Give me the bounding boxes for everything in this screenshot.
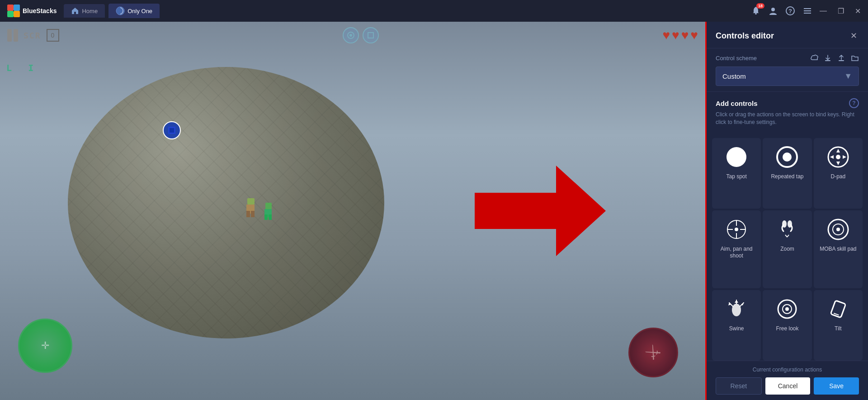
editor-header: Controls editor ✕ [707, 22, 868, 48]
pause-bar-right [14, 29, 18, 42]
zoom-icon [775, 218, 799, 241]
close-button[interactable]: ✕ [851, 5, 864, 17]
home-tab-label: Home [82, 8, 98, 14]
save-button[interactable]: Save [814, 377, 859, 395]
control-tap-spot[interactable]: Tap spot [712, 138, 761, 209]
virtual-joystick[interactable]: ✛ [18, 319, 72, 373]
svg-rect-9 [804, 8, 811, 9]
download-icon[interactable] [824, 54, 832, 62]
maximize-button[interactable]: ❐ [834, 5, 848, 17]
upload-icon[interactable] [837, 54, 845, 62]
green-indicators: L I [6, 62, 33, 73]
cloud-icon[interactable] [810, 54, 818, 62]
red-arrow [475, 166, 606, 256]
svg-point-33 [735, 228, 738, 231]
controls-grid: Tap spot Repeated tap [707, 138, 868, 361]
add-controls-description: Click or drag the actions on the screen … [716, 111, 859, 126]
control-zoom[interactable]: Zoom [763, 210, 811, 288]
center-icon-2 [363, 27, 379, 43]
svg-point-34 [782, 220, 787, 228]
control-dpad[interactable]: D-pad [814, 138, 863, 209]
svg-rect-0 [7, 5, 14, 11]
pause-button[interactable] [7, 29, 18, 42]
folder-icon[interactable] [851, 54, 859, 62]
tilt-label: Tilt [835, 325, 842, 333]
svg-rect-2 [7, 11, 14, 17]
svg-point-21 [783, 152, 792, 162]
title-bar: BlueStacks Home Only One 18 ? [0, 0, 868, 22]
main-area: SCR 0 [0, 22, 868, 400]
svg-rect-14 [368, 33, 373, 38]
svg-rect-1 [14, 5, 20, 11]
menu-icon[interactable] [802, 6, 812, 16]
repeated-tap-label: Repeated tap [771, 173, 803, 181]
sword-icon: ⚔ [642, 341, 665, 364]
cancel-button[interactable]: Cancel [765, 377, 811, 395]
arrow-body [475, 193, 556, 229]
control-repeated-tap[interactable]: Repeated tap [763, 138, 811, 209]
svg-text:?: ? [788, 8, 792, 14]
notification-bell[interactable]: 18 [751, 6, 761, 16]
help-question-icon[interactable]: ? [849, 98, 859, 108]
aim-pan-shoot-label: Aim, pan and shoot [716, 246, 757, 260]
game-center-icons [343, 27, 379, 43]
editor-title: Controls editor [716, 31, 774, 41]
heart-1: ♥ [662, 28, 670, 43]
repeated-tap-icon [775, 145, 799, 169]
joystick-arrows: ✛ [41, 340, 49, 352]
svg-rect-3 [14, 11, 20, 17]
zoom-label: Zoom [780, 246, 794, 253]
game-area: SCR 0 [0, 22, 705, 400]
control-scheme-section: Control scheme [707, 48, 868, 92]
tap-spot-icon [725, 145, 748, 169]
moba-skill-pad-icon [826, 218, 850, 241]
home-tab[interactable]: Home [64, 4, 105, 18]
scheme-dropdown[interactable]: Custom ▼ [716, 67, 859, 86]
svg-rect-11 [804, 13, 811, 14]
editor-close-button[interactable]: ✕ [849, 29, 859, 43]
dpad-icon [826, 145, 850, 169]
svg-marker-47 [735, 300, 738, 303]
bluestacks-logo-icon [7, 5, 20, 17]
user-icon[interactable] [768, 6, 778, 16]
game-tab-label: Only One [127, 8, 152, 14]
svg-rect-17 [825, 60, 830, 61]
center-icon-2-svg [367, 32, 374, 39]
help-icon[interactable]: ? [785, 6, 795, 16]
control-aim-pan-shoot[interactable]: Aim, pan and shoot [712, 210, 761, 288]
center-icon-shield [347, 31, 355, 39]
dpad-label: D-pad [830, 173, 845, 181]
reset-button[interactable]: Reset [716, 377, 762, 395]
svg-rect-10 [804, 10, 811, 11]
control-moba-skill-pad[interactable]: MOBA skill pad [814, 210, 863, 288]
game-tab[interactable]: Only One [108, 4, 160, 18]
svg-point-41 [732, 304, 741, 316]
score-value: 0 [47, 29, 59, 42]
attack-button[interactable]: ⚔ [628, 328, 678, 377]
heart-4: ♥ [690, 28, 698, 43]
swine-label: Swine [729, 325, 744, 333]
tilt-icon [826, 297, 850, 321]
svg-line-37 [787, 235, 789, 237]
add-controls-header: Add controls ? [716, 98, 859, 108]
bluestacks-logo[interactable]: BlueStacks [4, 3, 60, 19]
scheme-actions [810, 54, 859, 62]
app-name: BlueStacks [23, 7, 57, 14]
score-label: SCR [24, 31, 41, 40]
add-controls-title: Add controls [716, 100, 758, 107]
game-topbar: SCR 0 [0, 22, 705, 49]
center-icon-1 [343, 27, 359, 43]
heart-3: ♥ [681, 28, 689, 43]
arrow-head [556, 166, 606, 256]
svg-point-50 [785, 307, 789, 311]
svg-point-35 [788, 220, 792, 228]
editor-bottom: Current configuration actions Reset Canc… [707, 361, 868, 400]
free-look-label: Free look [776, 325, 798, 333]
control-swine[interactable]: Swine [712, 290, 761, 361]
minimize-button[interactable]: — [816, 5, 830, 17]
game-score-area: SCR 0 [7, 29, 59, 42]
control-tilt[interactable]: Tilt [814, 290, 863, 361]
control-free-look[interactable]: Free look [763, 290, 811, 361]
svg-rect-18 [839, 60, 844, 61]
current-config-label: Current configuration actions [716, 367, 859, 373]
